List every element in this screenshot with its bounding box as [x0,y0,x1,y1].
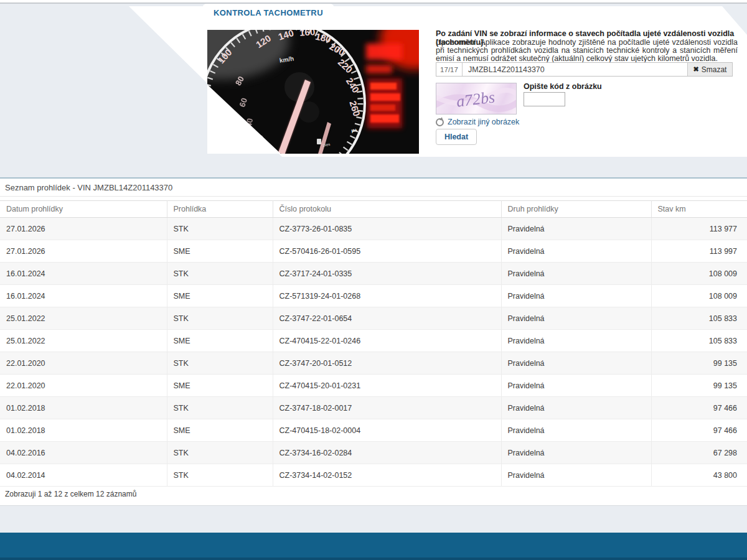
table-cell: STK [167,352,273,375]
table-cell: 105 833 [651,330,747,352]
table-cell: Pravidelná [501,240,651,263]
table-cell: Pravidelná [501,442,651,464]
table-cell: CZ-3734-14-02-0152 [273,464,501,487]
table-cell: SME [167,285,273,307]
warning-text: Upozornění: Aplikace zobrazuje hodnoty z… [436,39,738,63]
table-cell: 99 135 [651,375,747,397]
table-cell: 25.01.2022 [0,307,167,330]
table-cell: 27.01.2026 [0,240,167,263]
table-row: 27.01.2026SMECZ-570416-26-01-0595Pravide… [0,240,747,263]
table-cell: 108 009 [651,263,747,285]
table-row: 25.01.2022SMECZ-470415-22-01-0246Pravide… [0,330,747,352]
table-cell: Pravidelná [501,464,651,487]
table-row: 16.01.2024STKCZ-3717-24-01-0335Pravideln… [0,263,747,285]
vin-input[interactable] [463,63,687,76]
table-cell: 04.02.2016 [0,442,167,464]
column-header-4[interactable]: Stav km [651,201,747,218]
table-cell: Pravidelná [501,263,651,285]
table-cell: 97 466 [651,397,747,419]
table-cell: 113 977 [651,218,747,240]
captcha-input[interactable] [524,92,565,106]
table-cell: STK [167,442,273,464]
results-title: Seznam prohlídek - VIN JMZBL14Z201143370 [0,179,747,197]
speedometer-photo: 100 80 60 40 20 120 140 160 180 200 220 … [207,30,419,154]
table-header-row: Datum prohlídkyProhlídkaČíslo protokoluD… [0,201,747,218]
table-cell: Pravidelná [501,419,651,442]
table-cell: 43 800 [651,464,747,487]
refresh-captcha-link[interactable]: Zobrazit jiný obrázek [436,118,519,126]
table-cell: 113 997 [651,240,747,263]
results-summary: Zobrazuji 1 až 12 z celkem 12 záznamů [0,487,747,502]
table-row: 25.01.2022STKCZ-3747-22-01-0654Pravideln… [0,307,747,330]
table-row: 22.01.2020STKCZ-3747-20-01-0512Pravideln… [0,352,747,375]
table-cell: CZ-3773-26-01-0835 [273,218,501,240]
captcha-label: Opište kód z obrázku [524,82,602,91]
table-row: 22.01.2020SMECZ-470415-20-01-0231Pravide… [0,375,747,397]
table-cell: 25.01.2022 [0,330,167,352]
table-cell: 16.01.2024 [0,263,167,285]
vin-char-counter: 17/17 [436,63,463,76]
clear-label: Smazat [702,65,727,74]
footer-bar [0,533,747,560]
table-row: 01.02.2018STKCZ-3747-18-02-0017Pravideln… [0,397,747,419]
table-row: 16.01.2024SMECZ-571319-24-01-0268Pravide… [0,285,747,307]
table-cell: CZ-3747-18-02-0017 [273,397,501,419]
table-cell: SME [167,240,273,263]
table-cell: CZ-570416-26-01-0595 [273,240,501,263]
table-cell: SME [167,330,273,352]
vin-input-group: 17/17 ✖ Smazat [436,62,733,77]
table-cell: CZ-3734-16-02-0284 [273,442,501,464]
table-cell: Pravidelná [501,330,651,352]
inspections-table: Datum prohlídkyProhlídkaČíslo protokoluD… [0,200,747,487]
table-cell: CZ-3747-20-01-0512 [273,352,501,375]
table-cell: CZ-470415-22-01-0246 [273,330,501,352]
table-cell: STK [167,397,273,419]
search-button[interactable]: Hledat [436,129,477,145]
page: KONTROLA TACHOMETRU 100 80 60 40 20 120 [0,0,747,560]
table-row: 04.02.2014STKCZ-3734-14-02-0152Pravideln… [0,464,747,487]
table-cell: 99 135 [651,352,747,375]
table-cell: STK [167,464,273,487]
table-cell: 01.02.2018 [0,397,167,419]
column-header-0[interactable]: Datum prohlídky [0,201,167,218]
dial-number: 160 [299,30,316,38]
table-cell: 16.01.2024 [0,285,167,307]
top-divider-line [0,2,747,4]
table-cell: Pravidelná [501,307,651,330]
table-cell: CZ-470415-18-02-0004 [273,419,501,442]
table-cell: Pravidelná [501,375,651,397]
refresh-icon [436,118,444,126]
table-cell: 01.02.2018 [0,419,167,442]
table-cell: CZ-470415-20-01-0231 [273,375,501,397]
footer-spacer [0,505,747,533]
table-cell: 97 466 [651,419,747,442]
table-row: 27.01.2026STKCZ-3773-26-01-0835Pravideln… [0,218,747,240]
table-cell: Pravidelná [501,397,651,419]
table-cell: SME [167,375,273,397]
table-cell: CZ-3717-24-01-0335 [273,263,501,285]
table-row: 01.02.2018SMECZ-470415-18-02-0004Pravide… [0,419,747,442]
column-header-2[interactable]: Číslo protokolu [273,201,501,218]
table-row: 04.02.2016STKCZ-3734-16-02-0284Pravideln… [0,442,747,464]
table-cell: Pravidelná [501,352,651,375]
table-cell: 04.02.2014 [0,464,167,487]
table-cell: 22.01.2020 [0,375,167,397]
table-cell: 27.01.2026 [0,218,167,240]
column-header-3[interactable]: Druh prohlídky [501,201,651,218]
table-cell: 22.01.2020 [0,352,167,375]
results-section: Seznam prohlídek - VIN JMZBL14Z201143370… [0,179,747,505]
table-cell: SME [167,419,273,442]
table-cell: STK [167,307,273,330]
table-cell: CZ-3747-22-01-0654 [273,307,501,330]
table-cell: 67 298 [651,442,747,464]
table-cell: Pravidelná [501,218,651,240]
table-cell: CZ-571319-24-01-0268 [273,285,501,307]
captcha-image: a72bs [436,83,517,114]
page-title: KONTROLA TACHOMETRU [202,8,334,17]
clear-icon: ✖ [693,65,699,73]
table-cell: STK [167,263,273,285]
column-header-1[interactable]: Prohlídka [167,201,273,218]
clear-vin-button[interactable]: ✖ Smazat [687,63,732,76]
table-cell: STK [167,218,273,240]
table-cell: Pravidelná [501,285,651,307]
